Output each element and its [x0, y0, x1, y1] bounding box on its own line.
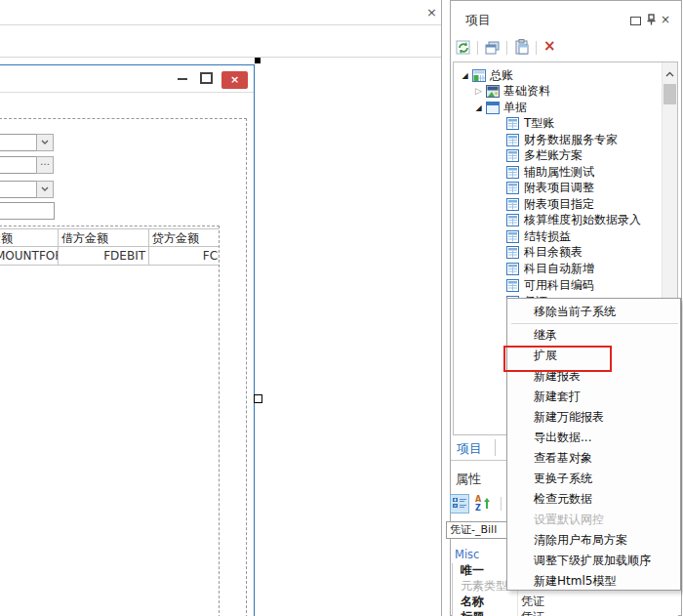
form-icon [506, 134, 520, 146]
menu-item[interactable]: 新建Html5模型 [507, 571, 680, 592]
designer-document: × × … 金额 借方金额 [0, 0, 442, 616]
category-header[interactable]: Misc [455, 548, 479, 561]
menu-item[interactable]: 新建万能报表 [507, 407, 680, 428]
form-icon [506, 263, 520, 275]
tree-item-form[interactable]: 辅助属性测试 [454, 164, 678, 180]
selection-handle[interactable] [254, 394, 262, 403]
form-icon [506, 279, 520, 292]
maximize-icon[interactable] [200, 72, 213, 84]
menu-item[interactable]: 更换子系统 [507, 469, 680, 489]
expander-icon[interactable]: ◢ [460, 71, 470, 80]
grid-header-cell[interactable]: 贷方金额 [149, 228, 220, 247]
tree-item-form[interactable]: 附表项目调整 [454, 180, 678, 195]
menu-item[interactable]: 调整下级扩展加载顺序 [507, 551, 680, 571]
form-icon [506, 182, 520, 194]
scrollbar-thumb[interactable] [663, 84, 676, 104]
app-root: × × … 金额 借方金额 [0, 0, 683, 616]
menu-item[interactable]: 移除当前子系统 [507, 302, 680, 322]
form-grid-panel[interactable]: 金额 借方金额 贷方金额 MOUNTFOR FDEBIT FCRE [0, 226, 220, 616]
svg-text:A: A [475, 495, 482, 504]
float-window-icon[interactable] [630, 17, 641, 25]
tree-item-form[interactable]: 科目余额表 [454, 244, 678, 260]
tabstrip-divider [0, 24, 441, 25]
form-icon [506, 166, 520, 179]
minimize-icon[interactable] [178, 78, 187, 80]
pin-icon[interactable] [646, 14, 657, 28]
form-titlebar: × [0, 65, 254, 93]
tree-item-form[interactable]: 可用科目编码 [454, 277, 678, 293]
tree-item-form[interactable]: 财务数据服务专家 [454, 132, 678, 147]
grid-header-cell[interactable]: 借方金额 [59, 228, 149, 247]
basedata-icon [486, 85, 500, 98]
grid-field-cell[interactable]: FCRE [149, 247, 220, 266]
tree-item-form[interactable]: 科目自动新增 [454, 261, 678, 276]
menu-item-disabled: 设置默认网控 [507, 510, 680, 530]
bill-icon [486, 102, 500, 114]
expander-icon[interactable]: ▷ [473, 86, 484, 96]
form-icon [506, 198, 520, 211]
toolbar-divider [0, 57, 441, 58]
menu-separator [511, 323, 678, 324]
field-combo-2[interactable] [0, 181, 53, 198]
paste-board-button[interactable] [514, 39, 530, 59]
dropdown-button[interactable] [36, 181, 54, 198]
context-menu: 移除当前子系统 继承 扩展 新建报表 新建套打 新建万能报表 导出数据... 查… [506, 298, 681, 591]
project-panel-title: 项目 [465, 12, 491, 29]
tree-item-bill[interactable]: ◢ 单据 [454, 100, 678, 115]
close-button[interactable]: × [221, 71, 248, 89]
property-row[interactable]: 标题 凭证 [452, 610, 678, 616]
tree-item-form[interactable]: 附表项目指定 [454, 196, 678, 212]
form-icon [506, 246, 520, 259]
red-highlight-annotation [503, 346, 612, 372]
form-icon [506, 230, 520, 243]
menu-item[interactable]: 查看基对象 [507, 448, 680, 469]
properties-panel-title: 属性 [456, 471, 481, 488]
cascade-windows-button[interactable] [485, 40, 501, 59]
menu-item[interactable]: 清除用户布局方案 [507, 530, 680, 551]
scroll-up-icon[interactable] [665, 66, 674, 80]
delete-icon[interactable]: × [543, 37, 556, 55]
grid-header-cell[interactable]: 金额 [0, 228, 59, 247]
form-icon [506, 214, 520, 226]
tree-item-ledger[interactable]: ◢ 总账 [454, 67, 678, 83]
menu-item[interactable]: 继承 [507, 325, 680, 346]
ledger-icon [472, 69, 486, 82]
form-icon [506, 117, 520, 130]
tab-project[interactable]: 项目 [457, 440, 482, 458]
field-combo-1[interactable] [0, 134, 53, 151]
svg-text:Z: Z [475, 504, 481, 512]
field-text[interactable] [0, 202, 55, 220]
menu-item[interactable]: 导出数据... [507, 428, 680, 448]
grid-field-cell[interactable]: MOUNTFOR [0, 247, 59, 266]
form-icon [506, 149, 520, 162]
panel-close-icon[interactable]: × [661, 13, 670, 26]
selection-handle[interactable] [255, 58, 261, 63]
tree-item-form[interactable]: 多栏账方案 [454, 147, 678, 163]
categorized-view-button[interactable] [450, 494, 469, 513]
property-row[interactable]: 名称 凭证 [452, 595, 678, 611]
alphabetical-sort-button[interactable]: AZ [474, 494, 494, 513]
grid-field-cell[interactable]: FDEBIT [59, 247, 149, 266]
menu-item[interactable]: 新建套打 [507, 387, 680, 407]
expander-icon[interactable]: ◢ [473, 103, 484, 112]
field-lookup[interactable]: … [0, 156, 53, 174]
tree-item-form[interactable]: 核算维度初始数据录入 [454, 212, 678, 227]
ellipsis-button[interactable]: … [36, 156, 54, 174]
tree-item-basedata[interactable]: ▷ 基础资料 [454, 83, 678, 99]
menu-item[interactable]: 检查元数据 [507, 489, 680, 510]
tree-item-form[interactable]: T型账 [454, 115, 678, 131]
tree-item-form[interactable]: 结转损益 [454, 228, 678, 244]
refresh-button[interactable] [456, 40, 471, 59]
document-close-icon[interactable]: × [426, 6, 437, 20]
dropdown-button[interactable] [36, 134, 54, 151]
